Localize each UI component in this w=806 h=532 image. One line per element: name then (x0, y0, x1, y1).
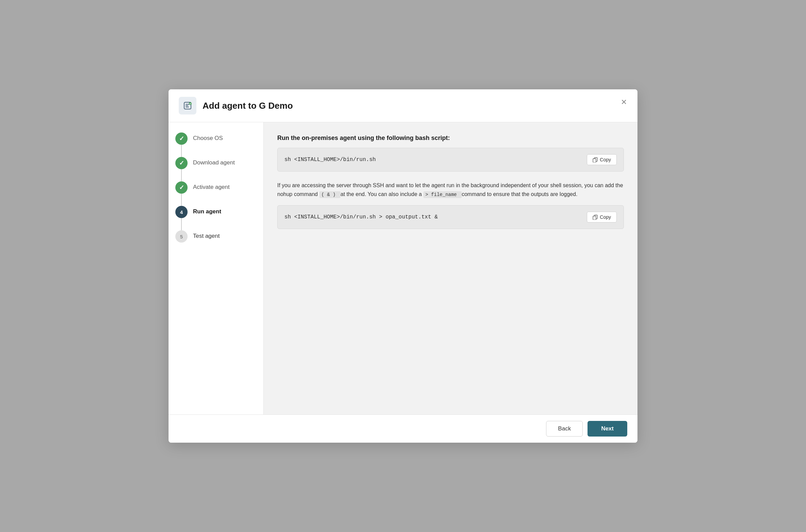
step-label-activate-agent: Activate agent (193, 181, 230, 191)
step-item-activate-agent: ✓ Activate agent (175, 181, 257, 194)
step-label-run-agent: Run agent (193, 206, 221, 215)
agent-icon (179, 97, 196, 114)
svg-point-4 (189, 102, 192, 105)
next-button[interactable]: Next (588, 421, 627, 437)
step-circle-choose-os: ✓ (175, 132, 188, 145)
step-item-test-agent: 5 Test agent (175, 230, 257, 243)
code-block-1: sh <INSTALL_HOME>/bin/run.sh Copy (277, 148, 624, 172)
step-item-choose-os: ✓ Choose OS (175, 132, 257, 145)
step-label-choose-os: Choose OS (193, 132, 223, 142)
close-button[interactable]: ✕ (618, 97, 629, 108)
svg-rect-6 (593, 159, 596, 162)
modal-overlay: Add agent to G Demo ✕ ✓ Choose OS ✓ (0, 0, 806, 532)
svg-rect-2 (186, 105, 188, 106)
svg-rect-1 (186, 104, 190, 105)
info-text-part2: at the end. You can also include a (340, 191, 422, 197)
step-circle-test-agent: 5 (175, 230, 188, 243)
section1-title: Run the on-premises agent using the foll… (277, 135, 624, 142)
back-button[interactable]: Back (546, 421, 583, 437)
info-text: If you are accessing the server through … (277, 181, 624, 198)
connector-3 (181, 194, 182, 206)
info-code-2: > file_name (423, 191, 462, 198)
step-item-download-agent: ✓ Download agent (175, 157, 257, 169)
svg-rect-3 (186, 107, 189, 107)
code-block-2: sh <INSTALL_HOME>/bin/run.sh > opa_outpu… (277, 205, 624, 229)
modal-footer: Back Next (169, 414, 637, 443)
svg-rect-8 (593, 216, 596, 220)
modal-header: Add agent to G Demo ✕ (169, 89, 637, 122)
modal-body: ✓ Choose OS ✓ Download agent ✓ (169, 122, 637, 414)
connector-1 (181, 145, 182, 157)
step-item-run-agent: 4 Run agent (175, 206, 257, 218)
sidebar: ✓ Choose OS ✓ Download agent ✓ (169, 122, 264, 414)
content-area: Run the on-premises agent using the foll… (264, 122, 637, 414)
copy-button-2[interactable]: Copy (587, 212, 617, 223)
step-label-test-agent: Test agent (193, 230, 220, 240)
connector-4 (181, 218, 182, 230)
copy-button-1[interactable]: Copy (587, 154, 617, 165)
connector-2 (181, 169, 182, 181)
step-circle-download-agent: ✓ (175, 157, 188, 169)
info-text-part3: command to ensure that the outputs are l… (462, 191, 578, 197)
step-label-download-agent: Download agent (193, 157, 235, 166)
step-circle-activate-agent: ✓ (175, 181, 188, 194)
copy-icon-1 (593, 157, 598, 162)
info-code-1: ( & ) (319, 191, 340, 198)
modal-title: Add agent to G Demo (203, 101, 293, 111)
copy-icon-2 (593, 215, 598, 220)
code-text-1: sh <INSTALL_HOME>/bin/run.sh (284, 157, 376, 163)
modal-container: Add agent to G Demo ✕ ✓ Choose OS ✓ (169, 89, 637, 443)
code-text-2: sh <INSTALL_HOME>/bin/run.sh > opa_outpu… (284, 214, 438, 220)
step-circle-run-agent: 4 (175, 206, 188, 218)
